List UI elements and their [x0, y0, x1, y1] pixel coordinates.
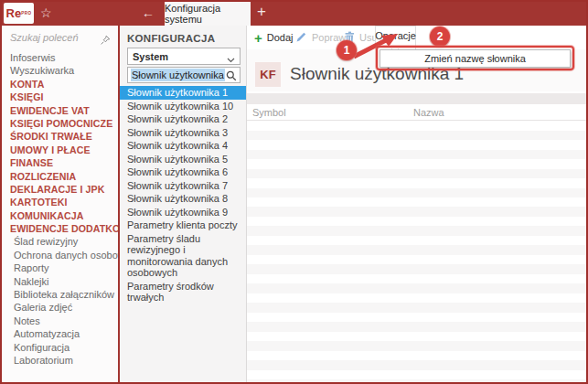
- config-list-item[interactable]: Słownik użytkownika 8: [120, 192, 246, 206]
- sidebar-item[interactable]: KSIĘGI: [2, 91, 118, 103]
- config-list-item[interactable]: Słownik użytkownika 9: [120, 206, 246, 219]
- sidebar-item[interactable]: Infoserwis: [2, 51, 118, 64]
- config-list-item[interactable]: Słownik użytkownika 5: [120, 153, 246, 166]
- app-logo[interactable]: RePRO: [4, 3, 34, 24]
- add-button[interactable]: + Dodaj: [254, 26, 294, 49]
- app-logo-pro-badge: PRO: [21, 11, 31, 16]
- sidebar-item[interactable]: KONTA: [2, 78, 118, 91]
- annotation-step-1: 1: [337, 40, 357, 60]
- plus-icon: +: [254, 31, 262, 45]
- sidebar-item[interactable]: Galeria zdjęć: [2, 301, 118, 314]
- table-header: SymbolNazwa: [247, 104, 586, 121]
- sidebar-item[interactable]: Wyszukiwarka: [2, 64, 118, 77]
- config-category-select[interactable]: System: [127, 48, 241, 65]
- sidebar-item[interactable]: Ochrona danych osobowych: [2, 249, 118, 261]
- sidebar-item[interactable]: Laboratorium: [2, 354, 118, 367]
- config-list: Słownik użytkownika 1Słownik użytkownika…: [120, 86, 246, 304]
- table-column-header[interactable]: Nazwa: [413, 107, 444, 118]
- sidebar-item[interactable]: EWIDENCJE DODATKOWE: [2, 222, 118, 235]
- add-button-label: Dodaj: [267, 32, 294, 43]
- config-list-item[interactable]: Słownik użytkownika 7: [120, 179, 246, 193]
- config-filter-value: Słownik użytkownika: [131, 69, 225, 81]
- config-list-item[interactable]: Słownik użytkownika 1: [120, 86, 246, 100]
- config-list-item[interactable]: Słownik użytkownika 4: [120, 139, 246, 153]
- config-list-item[interactable]: Parametry klienta poczty: [120, 219, 246, 232]
- config-list-item[interactable]: Słownik użytkownika 3: [120, 126, 246, 140]
- sidebar-item[interactable]: UMOWY I PŁACE: [2, 144, 118, 156]
- sidebar-item[interactable]: Biblioteka załączników: [2, 288, 118, 301]
- sidebar-item[interactable]: Naklejki: [2, 275, 118, 288]
- sidebar-item[interactable]: DEKLARACJE I JPK: [2, 183, 118, 196]
- sidebar-nav: InfoserwisWyszukiwarkaKONTAKSIĘGIEWIDENC…: [2, 51, 118, 367]
- favorites-star-icon[interactable]: ☆: [40, 5, 52, 20]
- config-panel: KONFIGURACJA System Słownik użytkownika …: [120, 26, 247, 382]
- sidebar-item[interactable]: ROZLICZENIA: [2, 170, 118, 183]
- main-panel: + Dodaj Popraw Usuń Operacje: [247, 26, 586, 382]
- table-body[interactable]: [247, 121, 586, 382]
- app-window: RePRO ☆ ← Konfiguracja systemu + Szukaj …: [0, 0, 588, 384]
- sidebar: Szukaj poleceń InfoserwisWyszukiwarkaKON…: [2, 26, 118, 382]
- config-list-item[interactable]: Słownik użytkownika 6: [120, 165, 246, 179]
- sidebar-item[interactable]: KARTOTEKI: [2, 196, 118, 208]
- sidebar-search-placeholder: Szukaj poleceń: [10, 32, 79, 43]
- new-tab-plus-icon[interactable]: +: [257, 3, 266, 21]
- app-logo-text: RePRO: [6, 7, 32, 19]
- sidebar-item[interactable]: KSIĘGI POMOCNICZE: [2, 117, 118, 130]
- sidebar-item[interactable]: Raporty: [2, 261, 118, 274]
- config-list-item[interactable]: Parametry śladu rewizyjnego i monitorowa…: [120, 232, 246, 280]
- pin-icon[interactable]: [100, 33, 111, 49]
- record-type-badge: KF: [255, 62, 281, 87]
- sidebar-item[interactable]: EWIDENCJE VAT: [2, 104, 118, 117]
- pencil-icon: [295, 31, 307, 45]
- config-filter-input[interactable]: Słownik użytkownika: [127, 67, 241, 83]
- table-column-header[interactable]: Symbol: [252, 107, 286, 118]
- search-icon[interactable]: [226, 70, 237, 83]
- header-separator-band: [247, 93, 586, 104]
- config-list-item[interactable]: Słownik użytkownika 10: [120, 100, 246, 113]
- sidebar-item[interactable]: FINANSE: [2, 156, 118, 169]
- config-list-item[interactable]: Słownik użytkownika 2: [120, 112, 246, 126]
- sidebar-item[interactable]: ŚRODKI TRWAŁE: [2, 130, 118, 143]
- annotation-step-2: 2: [430, 27, 450, 47]
- tab-label: Konfiguracja systemu: [165, 3, 251, 25]
- sidebar-search[interactable]: Szukaj poleceń: [2, 29, 118, 48]
- sidebar-item[interactable]: KOMUNIKACJA: [2, 209, 118, 222]
- sidebar-item[interactable]: Notes: [2, 315, 118, 327]
- back-arrow-icon[interactable]: ←: [142, 5, 155, 20]
- sidebar-item[interactable]: Ślad rewizyjny: [2, 235, 118, 248]
- config-category-value: System: [133, 51, 168, 62]
- top-bar: RePRO ☆ ← Konfiguracja systemu +: [2, 2, 586, 26]
- annotation-highlight-box: [376, 46, 574, 70]
- chevron-down-icon: [227, 54, 235, 65]
- tab-konfiguracja-systemu[interactable]: Konfiguracja systemu: [165, 2, 251, 26]
- sidebar-item[interactable]: Automatyzacja: [2, 327, 118, 340]
- config-panel-heading: KONFIGURACJA: [127, 33, 215, 44]
- config-list-item[interactable]: Parametry środków trwałych: [120, 280, 246, 304]
- sidebar-item[interactable]: Konfiguracja: [2, 341, 118, 354]
